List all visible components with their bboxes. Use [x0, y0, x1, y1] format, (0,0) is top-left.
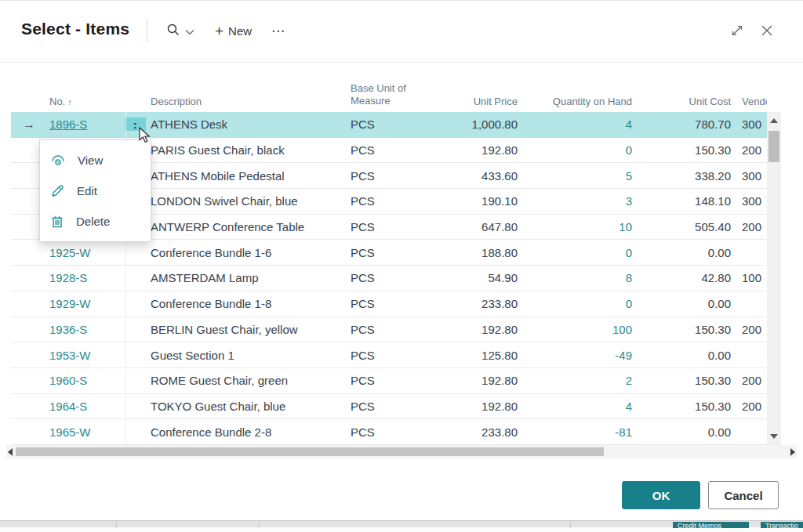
header-quantity-on-hand[interactable]: Quantity on Hand [518, 96, 632, 107]
base-unit-of-measure-cell[interactable]: PCS [349, 143, 439, 157]
table-row[interactable]: 1928-S AMSTERDAM Lamp PCS 54.90 8 42.80 … [11, 266, 767, 291]
quantity-on-hand-link[interactable]: -49 [518, 349, 632, 362]
base-unit-of-measure-cell[interactable]: PCS [349, 297, 439, 310]
base-unit-of-measure-cell[interactable]: PCS [349, 118, 439, 131]
unit-price-cell: 192.80 [439, 323, 518, 336]
cancel-button[interactable]: Cancel [708, 481, 779, 509]
base-unit-of-measure-cell[interactable]: PCS [349, 425, 439, 439]
close-dialog-button[interactable] [756, 20, 778, 42]
quantity-on-hand-link[interactable]: 10 [518, 220, 632, 233]
item-no-cell[interactable]: 1964-S [45, 400, 149, 413]
quantity-on-hand-link[interactable]: 5 [518, 169, 632, 183]
delete-trash-icon [50, 214, 64, 229]
table-row[interactable]: 1964-S TOKYO Guest Chair, blue PCS 192.8… [11, 394, 767, 420]
item-no-link[interactable]: 1964-S [49, 400, 87, 413]
quantity-on-hand-link[interactable]: 0 [518, 246, 632, 259]
ok-button[interactable]: OK [622, 481, 700, 509]
quantity-on-hand-link[interactable]: -81 [518, 425, 632, 439]
item-no-link[interactable]: 1928-S [49, 271, 87, 284]
unit-price-cell: 54.90 [439, 271, 518, 284]
base-unit-of-measure-cell[interactable]: PCS [349, 271, 439, 284]
scroll-right-arrow-icon[interactable] [790, 448, 795, 456]
unit-cost-cell: 150.30 [632, 323, 731, 336]
base-unit-of-measure-cell[interactable]: PCS [349, 220, 439, 233]
search-button[interactable] [166, 18, 194, 43]
item-no-cell[interactable]: 1896-S ⋮ [45, 118, 149, 131]
search-icon [166, 23, 180, 39]
item-no-link[interactable]: 1925-W [49, 246, 91, 259]
mouse-cursor-icon [139, 127, 152, 147]
quantity-on-hand-link[interactable]: 3 [518, 194, 632, 208]
item-description-cell: ROME Guest Chair, green [149, 374, 349, 387]
item-no-link[interactable]: 1965-W [49, 425, 91, 439]
context-menu-item-edit[interactable]: Edit [40, 176, 151, 206]
item-no-cell[interactable]: 1929-W [45, 297, 149, 310]
header-unit-price[interactable]: Unit Price [439, 96, 518, 107]
base-unit-of-measure-cell[interactable]: PCS [349, 323, 439, 336]
item-description-cell: BERLIN Guest Chair, yellow [149, 323, 349, 336]
table-row[interactable]: 1953-W Guest Section 1 PCS 125.80 -49 0.… [11, 342, 767, 368]
table-row[interactable]: 1929-W Conference Bundle 1-8 PCS 233.80 … [11, 291, 767, 317]
header-vendor[interactable]: Vendor [731, 96, 767, 107]
unit-price-cell: 188.80 [439, 246, 518, 259]
table-row[interactable]: 1960-S ROME Guest Chair, green PCS 192.8… [11, 368, 767, 394]
item-no-link[interactable]: 1953-W [49, 349, 91, 362]
table-row[interactable]: 1965-W Conference Bundle 2-8 PCS 233.80 … [11, 419, 767, 445]
item-description-cell: AMSTERDAM Lamp [149, 271, 349, 284]
quantity-on-hand-link[interactable]: 100 [518, 323, 632, 336]
quantity-on-hand-link[interactable]: 0 [518, 143, 632, 157]
unit-price-cell: 433.60 [439, 169, 518, 183]
header-no[interactable]: No.↑ [45, 96, 149, 107]
scroll-down-arrow-icon[interactable] [770, 434, 778, 439]
unit-price-cell: 192.80 [439, 143, 518, 157]
unit-cost-cell: 0.00 [632, 246, 731, 259]
unit-cost-cell: 780.70 [632, 118, 731, 131]
quantity-on-hand-link[interactable]: 2 [518, 374, 632, 387]
item-no-cell[interactable]: 1936-S [45, 323, 149, 336]
vertical-scrollbar[interactable] [767, 112, 781, 445]
item-no-link[interactable]: 1936-S [49, 323, 87, 336]
context-menu-item-delete[interactable]: Delete [40, 206, 151, 237]
item-description-cell: ANTWERP Conference Table [149, 220, 349, 233]
background-link-credit-memos: Credit Memos [673, 522, 749, 528]
quantity-on-hand-link[interactable]: 4 [518, 400, 632, 413]
background-page-band: Credit Memos Transactio [0, 520, 803, 527]
more-options-button[interactable]: ⋯ [271, 18, 286, 43]
table-row[interactable]: 1936-S BERLIN Guest Chair, yellow PCS 19… [11, 317, 767, 343]
base-unit-of-measure-cell[interactable]: PCS [349, 169, 439, 183]
header-description[interactable]: Description [149, 96, 349, 107]
base-unit-of-measure-cell[interactable]: PCS [349, 374, 439, 387]
header-base-unit-of-measure[interactable]: Base Unit of Measure [349, 82, 439, 107]
table-row[interactable]: → 1896-S ⋮ ATHENS Desk PCS 1,000.80 4 78… [11, 112, 767, 138]
edit-pencil-icon [50, 183, 65, 198]
base-unit-of-measure-cell[interactable]: PCS [349, 246, 439, 259]
expand-dialog-button[interactable] [726, 20, 748, 42]
item-no-link[interactable]: 1960-S [49, 374, 87, 387]
h-scrollbar-thumb[interactable] [16, 447, 604, 456]
quantity-on-hand-link[interactable]: 0 [518, 297, 632, 310]
item-no-link[interactable]: 1896-S [49, 118, 87, 131]
row-context-menu: View Edit Delete [39, 139, 151, 242]
table-row[interactable]: 1925-W Conference Bundle 1-6 PCS 188.80 … [11, 240, 767, 266]
header-unit-cost[interactable]: Unit Cost [632, 96, 731, 107]
item-no-cell[interactable]: 1925-W [45, 246, 149, 259]
item-no-cell[interactable]: 1953-W [45, 349, 149, 362]
v-scrollbar-thumb[interactable] [768, 131, 779, 162]
new-button[interactable]: + New [215, 18, 252, 43]
base-unit-of-measure-cell[interactable]: PCS [349, 349, 439, 362]
scroll-up-arrow-icon[interactable] [770, 118, 778, 123]
unit-price-cell: 233.80 [439, 425, 518, 439]
item-description-cell: Conference Bundle 1-6 [149, 246, 349, 259]
item-no-link[interactable]: 1929-W [49, 297, 91, 310]
quantity-on-hand-link[interactable]: 8 [518, 271, 632, 284]
item-no-cell[interactable]: 1965-W [45, 425, 149, 439]
scroll-left-arrow-icon[interactable] [8, 448, 13, 456]
item-no-cell[interactable]: 1960-S [45, 374, 149, 387]
horizontal-scrollbar[interactable] [6, 445, 797, 458]
quantity-on-hand-link[interactable]: 4 [518, 118, 632, 131]
context-menu-item-view[interactable]: View [40, 145, 151, 176]
base-unit-of-measure-cell[interactable]: PCS [349, 400, 439, 413]
base-unit-of-measure-cell[interactable]: PCS [349, 194, 439, 208]
item-no-cell[interactable]: 1928-S [45, 271, 149, 284]
select-items-dialog: Select - Items + New ⋯ [0, 0, 803, 532]
